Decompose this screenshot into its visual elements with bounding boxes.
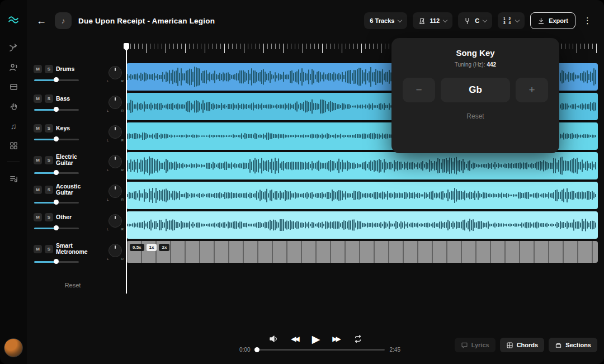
- mute-button[interactable]: M: [34, 245, 42, 253]
- solo-button[interactable]: S: [45, 124, 53, 133]
- split-icon[interactable]: [6, 40, 21, 55]
- mute-button[interactable]: M: [34, 156, 42, 164]
- mute-button[interactable]: M: [34, 213, 42, 221]
- pan-knob[interactable]: LR: [108, 185, 122, 198]
- track-strip-smart-metronome: M S Smart Metronome LR: [34, 243, 128, 272]
- speech-bubble-icon: [461, 342, 468, 349]
- volume-icon[interactable]: [268, 334, 279, 344]
- pan-knob[interactable]: LR: [108, 125, 122, 139]
- song-key-popup: Song Key Tuning (Hz):442 − Gb + Reset: [391, 38, 559, 153]
- back-button[interactable]: ←: [35, 15, 48, 27]
- pan-knob[interactable]: LR: [108, 66, 122, 79]
- chords-grid-icon: [506, 342, 513, 349]
- volume-slider[interactable]: [34, 136, 79, 142]
- playhead-line: [126, 44, 127, 294]
- user-avatar[interactable]: [4, 338, 23, 357]
- key-stepper: − Gb +: [403, 78, 548, 102]
- metronome-row[interactable]: 0.5x 1x 2x: [126, 241, 598, 263]
- elapsed-time: 0:00: [239, 347, 250, 353]
- voice-icon[interactable]: [6, 60, 21, 74]
- lyrics-button[interactable]: Lyrics: [455, 338, 496, 352]
- solo-button[interactable]: S: [45, 213, 53, 221]
- export-button[interactable]: Export: [530, 12, 575, 29]
- chevron-down-icon: [443, 17, 447, 22]
- pan-knob[interactable]: LR: [108, 214, 122, 228]
- sections-button[interactable]: Sections: [549, 338, 597, 352]
- track-strip-electric-guitar: M S Electric Guitar LR: [34, 154, 128, 183]
- volume-slider[interactable]: [34, 170, 79, 176]
- footer-buttons: Lyrics Chords Sections: [455, 338, 597, 352]
- chevron-down-icon: [515, 17, 520, 22]
- volume-slider[interactable]: [34, 200, 79, 205]
- solo-button[interactable]: S: [45, 65, 53, 73]
- mute-button[interactable]: M: [34, 186, 42, 194]
- sections-stack-icon: [555, 342, 562, 349]
- progress-knob[interactable]: [254, 347, 259, 352]
- progress-bar[interactable]: [255, 349, 384, 351]
- chords-button[interactable]: Chords: [500, 338, 545, 352]
- queue-icon[interactable]: [6, 171, 21, 186]
- rail-divider: [7, 162, 20, 162]
- loop-icon[interactable]: [353, 334, 362, 343]
- speed-1x-chip[interactable]: 1x: [147, 244, 157, 251]
- waveform-row-other[interactable]: [126, 211, 598, 239]
- progress-row: 0:00 2:45: [239, 347, 400, 353]
- play-button[interactable]: ▶: [312, 333, 320, 346]
- pan-knob[interactable]: LR: [108, 244, 122, 257]
- waveform-row-acoustic-guitar[interactable]: [126, 182, 598, 209]
- track-name: Acoustic Guitar: [56, 183, 95, 196]
- header-controls: 6 Tracks 112 C 1 23 4 Export: [364, 12, 594, 29]
- mixer-reset-button[interactable]: Reset: [34, 282, 112, 289]
- tuning-value: 442: [487, 62, 496, 68]
- timesig-dropdown[interactable]: 1 23 4: [498, 12, 525, 29]
- music-notes-icon[interactable]: ♫: [6, 119, 21, 133]
- track-name: Bass: [56, 96, 70, 102]
- hand-icon[interactable]: [6, 99, 21, 114]
- chevron-down-icon: [398, 17, 402, 22]
- box-icon[interactable]: [6, 79, 21, 94]
- app-logo-icon: [6, 12, 21, 27]
- volume-slider[interactable]: [34, 259, 79, 264]
- track-name: Other: [56, 214, 72, 220]
- solo-button[interactable]: S: [45, 245, 53, 253]
- speed-0-5x-chip[interactable]: 0.5x: [130, 244, 144, 251]
- solo-button[interactable]: S: [45, 94, 53, 103]
- left-rail: ♫: [0, 0, 27, 364]
- pan-knob[interactable]: LR: [108, 155, 122, 168]
- time-signature-icon: 1 23 4: [503, 17, 512, 25]
- track-mixer-panel: M S Drums LR M S Bass LR M S Keys: [34, 65, 128, 289]
- speed-2x-chip[interactable]: 2x: [159, 244, 169, 251]
- mute-button[interactable]: M: [34, 65, 42, 73]
- tracks-dropdown[interactable]: 6 Tracks: [364, 12, 407, 29]
- song-icon: ♪: [55, 12, 72, 29]
- pan-knob[interactable]: LR: [108, 96, 122, 109]
- bpm-dropdown[interactable]: 112: [413, 12, 452, 29]
- track-strip-drums: M S Drums LR: [34, 65, 128, 94]
- waveform-row-electric-guitar[interactable]: [126, 152, 598, 179]
- volume-slider[interactable]: [34, 77, 79, 83]
- key-value[interactable]: Gb: [441, 78, 510, 102]
- key-plus-button[interactable]: +: [516, 78, 548, 102]
- mute-button[interactable]: M: [34, 94, 42, 103]
- track-name: Keys: [56, 125, 70, 131]
- volume-slider[interactable]: [34, 225, 79, 231]
- chevron-down-icon: [483, 17, 487, 22]
- forward-button[interactable]: ▶▶: [332, 335, 341, 343]
- rewind-button[interactable]: ◀◀: [291, 335, 299, 343]
- mute-button[interactable]: M: [34, 124, 42, 133]
- key-minus-button[interactable]: −: [403, 78, 435, 102]
- key-reset-button[interactable]: Reset: [466, 112, 484, 120]
- song-title: Due Upon Receipt - American Legion: [78, 17, 215, 25]
- more-menu-icon[interactable]: ⋮: [581, 16, 594, 26]
- app-window: ♫ ← ♪ Due Upon Receipt - American Legion…: [0, 0, 604, 364]
- header: ← ♪ Due Upon Receipt - American Legion 6…: [27, 0, 604, 41]
- key-dropdown[interactable]: C: [458, 12, 492, 29]
- volume-slider[interactable]: [34, 107, 79, 112]
- solo-button[interactable]: S: [45, 186, 53, 194]
- solo-button[interactable]: S: [45, 156, 53, 164]
- download-icon: [537, 17, 545, 25]
- track-strip-acoustic-guitar: M S Acoustic Guitar LR: [34, 183, 128, 213]
- track-strip-keys: M S Keys LR: [34, 124, 128, 154]
- metronome-icon: [418, 17, 426, 25]
- grid-icon[interactable]: [6, 138, 21, 153]
